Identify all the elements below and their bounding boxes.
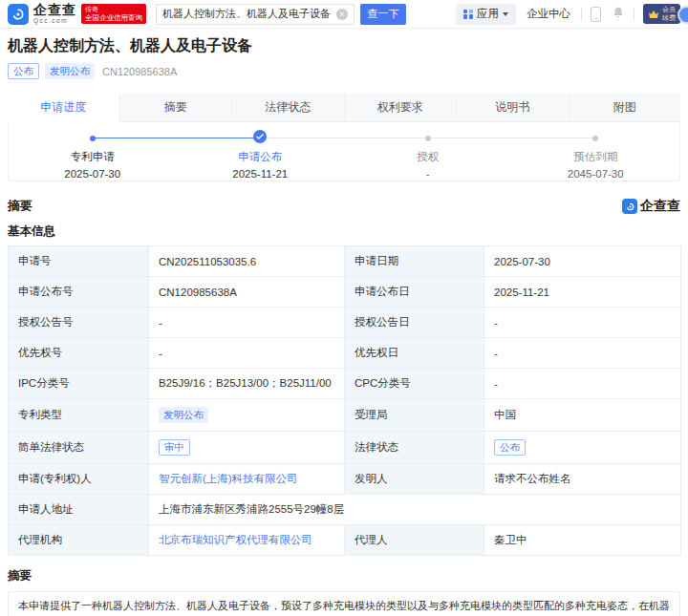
field-label: IPC分类号 xyxy=(9,369,149,399)
field-label: 优先权号 xyxy=(9,338,149,369)
field-value: - xyxy=(484,369,681,399)
table-row: 申请号CN202511053035.6申请日期2025-07-30 xyxy=(9,246,681,277)
search-input[interactable]: 机器人控制方法、机器人及电子设备 × xyxy=(156,4,355,25)
qcc-watermark-icon xyxy=(622,199,637,214)
field-label: 发明人 xyxy=(345,464,484,495)
qcc-logo-icon[interactable] xyxy=(8,4,29,25)
basic-info-table: 申请号CN202511053035.6申请日期2025-07-30申请公布号CN… xyxy=(8,245,681,556)
tab-progress[interactable]: 申请进度 xyxy=(8,94,119,122)
chevron-down-icon xyxy=(503,12,508,16)
summary-section-header: 摘要 企查查 xyxy=(8,198,680,215)
field-value: B25J9/16；B25J13/00；B25J11/00 xyxy=(149,369,345,399)
timeline-step-label: 申请公布 xyxy=(177,150,345,164)
vip-renew-button[interactable]: 会员 续费 xyxy=(643,4,680,24)
timeline-step-date: 2025-07-30 xyxy=(9,168,177,180)
field-label: 申请公布号 xyxy=(9,277,149,308)
field-label: 申请日期 xyxy=(345,246,484,277)
basic-info-heading: 基本信息 xyxy=(8,223,680,240)
field-value: 发明公布 xyxy=(149,399,345,432)
field-value: 公布 xyxy=(484,432,681,464)
timeline-step: 申请公布2025-11-21 xyxy=(177,132,345,180)
timeline-step: 预估到期2045-07-30 xyxy=(512,132,680,180)
tab-description[interactable]: 说明书 xyxy=(456,94,569,122)
slogan-bottom: 全国企业信用查询 xyxy=(85,13,142,22)
tab-claims[interactable]: 权利要求 xyxy=(344,94,457,122)
timeline-step-label: 授权 xyxy=(344,150,512,164)
field-label: 申请人地址 xyxy=(9,495,149,525)
section-title-summary: 摘要 xyxy=(8,198,32,215)
field-value: 中国 xyxy=(484,399,681,432)
field-value: 秦卫中 xyxy=(484,525,681,556)
field-value: 2025-11-21 xyxy=(484,277,681,308)
brand-name: 企查查 xyxy=(33,3,76,16)
step-dot-icon xyxy=(592,136,598,141)
search-area: 机器人控制方法、机器人及电子设备 × 查一下 xyxy=(156,4,406,25)
type-tag: 发明公布 xyxy=(45,63,95,79)
field-value: 2025-07-30 xyxy=(484,246,681,277)
table-row: 授权公告号-授权公告日- xyxy=(9,308,681,338)
tab-legal-status[interactable]: 法律状态 xyxy=(231,94,344,122)
bell-icon[interactable] xyxy=(612,6,625,23)
field-label: 授权公告日 xyxy=(345,308,484,338)
status-tag: 公布 xyxy=(494,439,526,456)
vip-label: 会员 续费 xyxy=(662,6,676,22)
page-body: 机器人控制方法、机器人及电子设备 公布 发明公布 CN120985638A 申请… xyxy=(0,36,688,616)
field-value: - xyxy=(149,308,345,338)
timeline-step-label: 专利申请 xyxy=(9,150,177,164)
enterprise-center-link[interactable]: 企业中心 xyxy=(527,7,570,21)
table-row: 申请人地址上海市浦东新区秀浦路2555号29幢8层 xyxy=(9,495,681,525)
brand-domain: Qcc.com xyxy=(33,18,76,25)
table-row: IPC分类号B25J9/16；B25J13/00；B25J11/00CPC分类号… xyxy=(9,369,681,399)
field-value: CN202511053035.6 xyxy=(149,246,345,277)
table-row: 专利类型发明公布受理局中国 xyxy=(9,399,681,432)
field-value: 北京布瑞知识产权代理有限公司 xyxy=(149,525,345,556)
divider xyxy=(634,9,634,20)
header-right-nav: 应用 企业中心 会员 续费 xyxy=(456,4,680,25)
table-row: 简单法律状态审中法律状态公布 xyxy=(9,432,681,464)
field-label: 代理机构 xyxy=(9,525,149,556)
field-value: 审中 xyxy=(149,432,345,464)
field-label: 申请号 xyxy=(9,246,149,277)
field-label: 申请公布日 xyxy=(345,277,484,308)
publication-number: CN120985638A xyxy=(102,66,177,77)
apps-label: 应用 xyxy=(477,7,499,21)
field-label: 简单法律状态 xyxy=(9,432,149,464)
top-header: 企查查 Qcc.com 传奇 全国企业信用查询 机器人控制方法、机器人及电子设备… xyxy=(0,0,688,29)
field-label: CPC分类号 xyxy=(345,369,484,399)
table-row: 申请(专利权)人智元创新(上海)科技有限公司发明人请求不公布姓名 xyxy=(9,464,681,495)
timeline-step: 专利申请2025-07-30 xyxy=(9,132,177,180)
field-value: 请求不公布姓名 xyxy=(484,464,681,495)
tab-abstract[interactable]: 摘要 xyxy=(119,94,232,122)
tab-drawings[interactable]: 附图 xyxy=(569,94,681,122)
abstract-text: 本申请提供了一种机器人控制方法、机器人及电子设备，预设了多种充电模块的类型以及与… xyxy=(8,591,680,616)
mobile-icon[interactable] xyxy=(591,7,601,22)
field-label: 申请(专利权)人 xyxy=(9,464,149,495)
grid-icon xyxy=(463,10,473,19)
entity-link[interactable]: 智元创新(上海)科技有限公司 xyxy=(159,473,298,484)
qcc-watermark: 企查查 xyxy=(622,198,680,215)
field-value: 智元创新(上海)科技有限公司 xyxy=(149,464,345,495)
search-button[interactable]: 查一下 xyxy=(360,4,406,25)
status-tag: 公布 xyxy=(8,63,39,79)
patent-tag-row: 公布 发明公布 CN120985638A xyxy=(8,63,680,79)
crown-icon xyxy=(648,10,659,19)
timeline-step-date: 2025-11-21 xyxy=(177,168,345,180)
brand-block[interactable]: 企查查 Qcc.com xyxy=(33,3,76,25)
field-label: 法律状态 xyxy=(345,432,484,464)
tab-bar: 申请进度摘要法律状态权利要求说明书附图 xyxy=(8,94,680,122)
entity-link[interactable]: 北京布瑞知识产权代理有限公司 xyxy=(159,534,312,545)
abstract-heading: 摘要 xyxy=(8,568,680,584)
table-row: 优先权号-优先权日- xyxy=(9,338,681,369)
status-tag: 发明公布 xyxy=(159,407,208,423)
timeline-step-label: 预估到期 xyxy=(512,150,680,164)
slogan-top: 传奇 xyxy=(85,6,142,13)
qcc-watermark-text: 企查查 xyxy=(640,198,680,215)
apps-menu-button[interactable]: 应用 xyxy=(456,4,516,25)
field-value: - xyxy=(149,338,345,369)
table-row: 申请公布号CN120985638A申请公布日2025-11-21 xyxy=(9,277,681,308)
field-label: 专利类型 xyxy=(9,399,149,432)
clear-icon[interactable]: × xyxy=(336,9,348,20)
step-dot-icon xyxy=(425,136,431,141)
field-value: - xyxy=(484,308,681,338)
search-value: 机器人控制方法、机器人及电子设备 xyxy=(162,7,336,21)
